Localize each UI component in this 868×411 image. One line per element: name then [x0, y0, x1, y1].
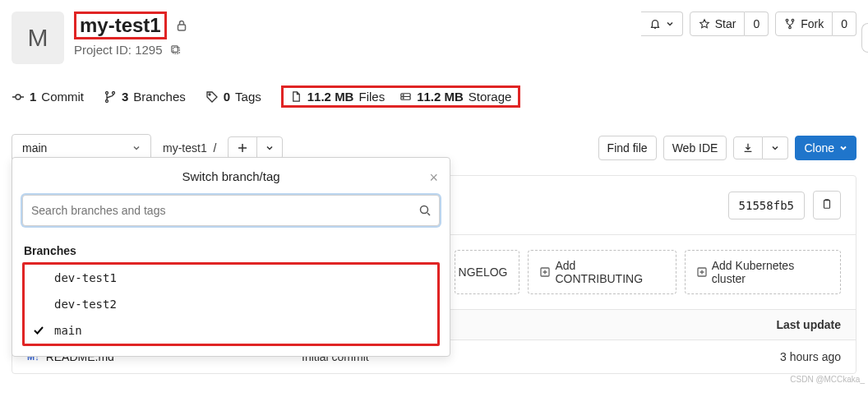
copy-sha-button[interactable]	[813, 191, 841, 219]
close-icon[interactable]: ×	[429, 169, 438, 187]
svg-point-8	[113, 91, 115, 94]
svg-point-9	[106, 99, 108, 102]
fork-count[interactable]: 0	[833, 12, 856, 36]
svg-point-13	[403, 95, 404, 95]
svg-point-14	[403, 98, 404, 99]
star-count[interactable]: 0	[745, 12, 769, 36]
fork-button[interactable]: Fork	[775, 12, 833, 36]
file-icon	[290, 90, 302, 103]
project-stats: 1Commit 3Branches 0Tags 11.2 MBFiles	[12, 85, 856, 108]
web-ide-button[interactable]: Web IDE	[663, 136, 727, 160]
svg-rect-2	[171, 46, 178, 53]
branch-item-dev-test1[interactable]: dev-test1	[25, 265, 437, 291]
notification-button[interactable]	[641, 12, 683, 36]
find-file-button[interactable]: Find file	[598, 136, 657, 160]
download-button[interactable]	[733, 136, 763, 159]
chevron-down-icon	[666, 20, 674, 28]
fork-icon	[784, 18, 796, 30]
clipboard-icon	[821, 198, 833, 210]
clone-button[interactable]: Clone	[795, 136, 856, 160]
branch-search-input[interactable]	[22, 195, 440, 226]
star-label: Star	[715, 17, 736, 30]
add-contributing-button[interactable]: Add CONTRIBUTING	[528, 250, 676, 294]
fork-label: Fork	[801, 17, 824, 30]
svg-point-10	[209, 94, 210, 95]
commits-stat[interactable]: 1Commit	[12, 90, 84, 104]
breadcrumb[interactable]: my-test1 /	[163, 141, 216, 155]
svg-point-5	[789, 26, 792, 29]
download-icon	[742, 142, 754, 154]
branch-item-main[interactable]: main	[25, 317, 437, 344]
svg-rect-0	[178, 25, 185, 30]
download-dropdown[interactable]	[763, 136, 788, 159]
svg-point-3	[786, 19, 788, 21]
plus-icon	[540, 267, 550, 277]
star-button[interactable]: Star	[690, 12, 746, 36]
chevron-down-icon	[132, 144, 141, 152]
check-icon	[33, 325, 46, 336]
branch-icon	[104, 90, 117, 104]
svg-rect-1	[173, 48, 179, 54]
lock-icon	[175, 19, 188, 32]
svg-point-7	[106, 91, 108, 94]
svg-rect-15	[824, 201, 830, 209]
project-avatar: M	[12, 12, 64, 64]
files-size-stat[interactable]: 11.2 MBFiles	[290, 90, 385, 104]
watermark: CSDN @MCCkaka_	[790, 375, 865, 384]
truncated-button	[861, 23, 868, 53]
tag-icon	[205, 90, 219, 104]
branches-section-label: Branches	[12, 236, 450, 262]
dropdown-title: Switch branch/tag	[182, 169, 279, 183]
file-updated: 3 hours ago	[718, 350, 841, 363]
add-button[interactable]	[229, 137, 257, 159]
project-header: M my-test1 Project ID: 1295	[12, 12, 856, 64]
add-changelog-button[interactable]: NGELOG	[455, 250, 520, 294]
svg-point-4	[792, 19, 794, 21]
project-id: Project ID: 1295	[74, 43, 163, 57]
branch-item-dev-test2[interactable]: dev-test2	[25, 291, 437, 317]
svg-point-18	[421, 206, 428, 214]
svg-rect-12	[401, 97, 410, 100]
add-kubernetes-button[interactable]: Add Kubernetes cluster	[685, 250, 841, 294]
branches-list-highlight: dev-test1 dev-test2 main	[22, 262, 440, 346]
project-title: my-test1	[74, 12, 167, 39]
bell-icon	[649, 18, 661, 30]
plus-icon	[697, 267, 707, 277]
commit-sha[interactable]: 51558fb5	[728, 192, 805, 219]
branch-dropdown: Switch branch/tag × Branches dev-test1 d…	[12, 157, 450, 357]
commit-icon	[12, 90, 25, 104]
star-icon	[699, 18, 710, 30]
copy-id-icon[interactable]	[169, 44, 182, 56]
svg-point-6	[16, 95, 21, 99]
add-dropdown[interactable]	[257, 137, 282, 159]
storage-stat[interactable]: 11.2 MBStorage	[399, 90, 511, 104]
storage-icon	[399, 90, 412, 103]
tags-stat[interactable]: 0Tags	[205, 90, 261, 104]
branches-stat[interactable]: 3Branches	[104, 90, 186, 104]
size-highlight: 11.2 MBFiles 11.2 MBStorage	[281, 85, 521, 108]
search-icon[interactable]	[418, 204, 432, 217]
